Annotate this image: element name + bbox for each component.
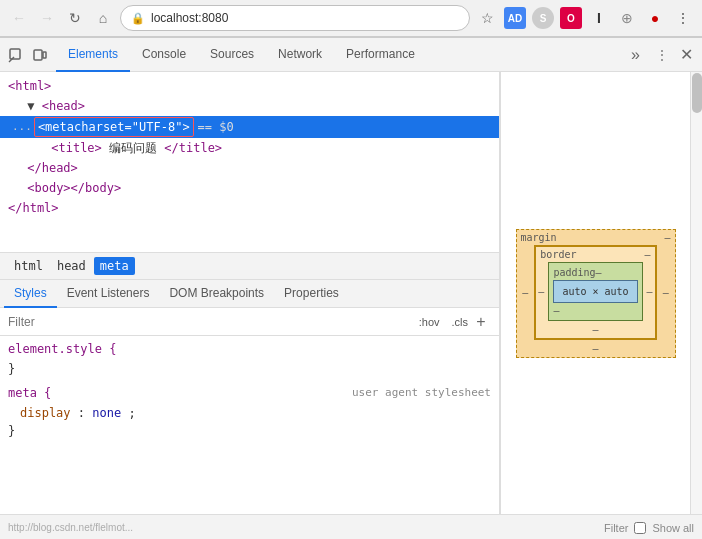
svg-rect-3 (43, 52, 46, 58)
extension-icon-4[interactable]: I (588, 7, 610, 29)
meta-style-closing: } (8, 422, 491, 440)
inspect-icon[interactable] (4, 43, 28, 67)
element-style-closing: } (8, 360, 491, 378)
show-all-checkbox[interactable] (634, 522, 646, 534)
border-dash: – (645, 249, 651, 260)
margin-right-val: – (663, 287, 669, 298)
tab-performance[interactable]: Performance (334, 38, 427, 72)
style-rule-element: element.style { } (8, 340, 491, 378)
forward-button[interactable]: → (36, 7, 58, 29)
style-rule-meta: meta { user agent stylesheet display : n… (8, 384, 491, 440)
breadcrumb-meta[interactable]: meta (94, 257, 135, 275)
dom-line-meta[interactable]: ... <meta charset= "UTF-8" > == $0 (0, 116, 499, 138)
show-all-label: Show all (652, 522, 694, 534)
url-text: localhost:8080 (151, 11, 459, 25)
tab-styles[interactable]: Styles (4, 280, 57, 308)
styles-content: element.style { } meta { user agent styl… (0, 336, 499, 514)
border-layer: border – – padding– (534, 245, 656, 340)
padding-layer: padding– auto × auto – (548, 262, 642, 321)
hov-button[interactable]: :hov (416, 315, 443, 329)
cls-button[interactable]: .cls (449, 315, 472, 329)
padding-bottom-val: – (553, 303, 637, 316)
meta-selector: meta { user agent stylesheet (8, 384, 491, 402)
margin-top-row: margin – (517, 230, 675, 243)
bookmark-button[interactable]: ☆ (476, 7, 498, 29)
margin-bottom-val: – (592, 343, 598, 354)
styles-tab-bar: Styles Event Listeners DOM Breakpoints P… (0, 280, 499, 308)
back-button[interactable]: ← (8, 7, 30, 29)
scrollbar-thumb[interactable] (692, 73, 702, 113)
dom-tree[interactable]: <html> ▼ <head> ... <meta charset= "U (0, 72, 499, 252)
home-button[interactable]: ⌂ (92, 7, 114, 29)
styles-filter-bar: :hov .cls + (0, 308, 499, 336)
svg-rect-0 (10, 49, 20, 59)
margin-dash-1: – (664, 232, 670, 243)
refresh-button[interactable]: ↻ (64, 7, 86, 29)
scrollbar-area[interactable] (690, 72, 702, 514)
devtools-panel: Elements Console Sources Network Perform… (0, 37, 702, 539)
selected-dot: ... (12, 118, 32, 136)
extension-icon-6[interactable]: ● (644, 7, 666, 29)
devtools-main-content: <html> ▼ <head> ... <meta charset= "U (0, 72, 702, 514)
selected-element-box: <meta charset= "UTF-8" > (34, 117, 194, 137)
user-agent-label: user agent stylesheet (352, 384, 491, 402)
breadcrumb-bar: html head meta (0, 252, 499, 280)
lock-icon: 🔒 (131, 12, 145, 25)
extension-icon-5[interactable]: ⊕ (616, 7, 638, 29)
extension-icon-1[interactable]: AD (504, 7, 526, 29)
content-layer: auto × auto (553, 280, 637, 303)
content-size-label: auto × auto (562, 286, 628, 297)
dom-line-head-close[interactable]: </head> (0, 158, 499, 178)
margin-label: margin (521, 232, 557, 243)
margin-layer: margin – – border – (516, 229, 676, 358)
border-label: border (540, 249, 576, 260)
device-icon[interactable] (28, 43, 52, 67)
browser-chrome: ← → ↻ ⌂ 🔒 localhost:8080 ☆ AD S O I ⊕ ● … (0, 0, 702, 37)
equals-marker: == $0 (198, 118, 234, 136)
border-bottom-val: – (592, 324, 598, 335)
svg-rect-2 (34, 50, 42, 60)
tab-event-listeners[interactable]: Event Listeners (57, 280, 160, 308)
address-bar[interactable]: 🔒 localhost:8080 (120, 5, 470, 31)
border-left-val: – (538, 286, 544, 297)
padding-label: padding– (553, 267, 637, 280)
add-rule-button[interactable]: + (471, 312, 491, 332)
tab-sources[interactable]: Sources (198, 38, 266, 72)
devtools-close-button[interactable]: ✕ (674, 43, 698, 67)
tab-network[interactable]: Network (266, 38, 334, 72)
box-model-container: margin – – border – (501, 72, 690, 514)
more-tabs-button[interactable]: » (625, 46, 646, 64)
right-side-panel: margin – – border – (499, 72, 702, 514)
footer-filter-area: Filter Show all (604, 522, 694, 534)
footer-url-hint: http://blog.csdn.net/flelmot... (8, 522, 133, 533)
breadcrumb-head[interactable]: head (51, 257, 92, 275)
tab-dom-breakpoints[interactable]: DOM Breakpoints (159, 280, 274, 308)
devtools-footer: http://blog.csdn.net/flelmot... Filter S… (0, 514, 702, 539)
footer-filter-label: Filter (604, 522, 628, 534)
dom-line-title[interactable]: <title> 编码问题 </title> (0, 138, 499, 158)
box-model-panel: margin – – border – (500, 72, 690, 514)
dom-line-html-close[interactable]: </html> (0, 198, 499, 218)
element-style-selector: element.style { (8, 340, 491, 358)
tab-console[interactable]: Console (130, 38, 198, 72)
elements-panel: <html> ▼ <head> ... <meta charset= "U (0, 72, 702, 514)
styles-filter-input[interactable] (8, 315, 416, 329)
dom-line-head[interactable]: ▼ <head> (0, 96, 499, 116)
tab-properties[interactable]: Properties (274, 280, 349, 308)
tab-elements[interactable]: Elements (56, 38, 130, 72)
styles-filter-buttons: :hov .cls (416, 315, 471, 329)
dom-line-html[interactable]: <html> (0, 76, 499, 96)
box-model-diagram: margin – – border – (516, 229, 676, 358)
devtools-menu-button[interactable]: ⋮ (650, 43, 674, 67)
border-right-val: – (647, 286, 653, 297)
devtools-tab-bar: Elements Console Sources Network Perform… (0, 38, 702, 72)
meta-display-property: display : none ; (8, 404, 491, 422)
margin-left-val: – (522, 287, 528, 298)
browser-toolbar: ← → ↻ ⌂ 🔒 localhost:8080 ☆ AD S O I ⊕ ● … (0, 0, 702, 36)
dom-line-body[interactable]: <body></body> (0, 178, 499, 198)
extension-icon-2[interactable]: S (532, 7, 554, 29)
extension-icon-3[interactable]: O (560, 7, 582, 29)
browser-menu-button[interactable]: ⋮ (672, 7, 694, 29)
breadcrumb-html[interactable]: html (8, 257, 49, 275)
